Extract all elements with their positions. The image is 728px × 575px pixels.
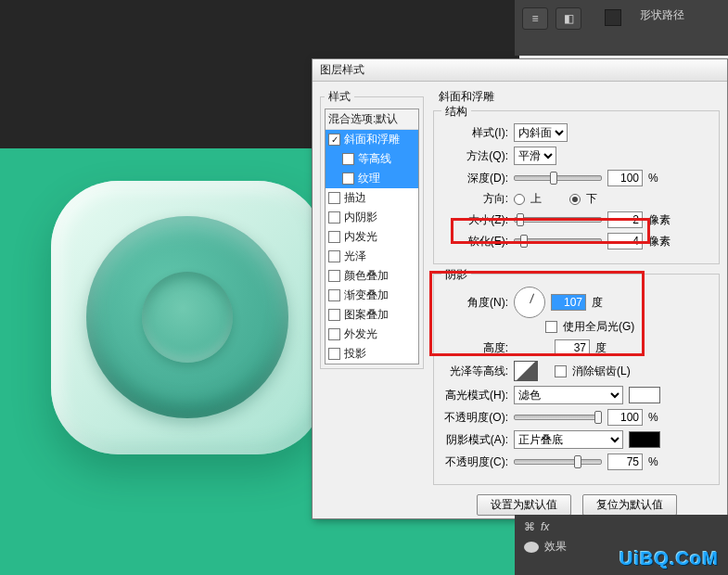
list-label: 颜色叠加 [344, 268, 389, 284]
angle-input[interactable] [551, 294, 586, 311]
styles-list[interactable]: 混合选项:默认 ✓ 斜面和浮雕 等高线 纹理 描边 内阴影 [325, 109, 419, 364]
checkbox[interactable] [328, 211, 340, 224]
altitude-unit: 度 [595, 340, 607, 356]
list-label: 渐变叠加 [344, 288, 389, 303]
list-label: 纹理 [358, 171, 380, 186]
reset-default-button[interactable]: 复位为默认值 [582, 494, 677, 516]
style-select[interactable]: 内斜面 [514, 123, 568, 142]
size-unit: 像素 [648, 212, 671, 228]
gloss-contour-picker[interactable] [514, 361, 538, 381]
ps-top-panel: ≡ ◧ 形状路径 ✶ ✦ [515, 0, 728, 56]
checkbox[interactable] [328, 192, 340, 204]
method-select[interactable]: 平滑 [514, 147, 556, 165]
highlight-mode-select[interactable]: 滤色 [514, 386, 623, 404]
effects-label: 效果 [544, 539, 567, 555]
list-item-stroke[interactable]: 描边 [326, 188, 418, 208]
list-item-pattern-overlay[interactable]: 图案叠加 [326, 305, 418, 325]
list-label: 内发光 [344, 229, 377, 245]
list-item-gradient-overlay[interactable]: 渐变叠加 [326, 286, 418, 305]
shadow-mode-select[interactable]: 正片叠底 [514, 430, 623, 449]
altitude-input[interactable] [555, 339, 590, 356]
eye-icon[interactable] [524, 542, 539, 553]
angle-label: 角度(N): [441, 295, 508, 311]
direction-down-radio[interactable] [569, 194, 581, 205]
layer-style-dialog: 图层样式 样式 混合选项:默认 ✓ 斜面和浮雕 等高线 [312, 58, 728, 519]
list-item-outer-glow[interactable]: 外发光 [326, 325, 418, 344]
size-input[interactable] [607, 211, 643, 228]
checkbox-texture[interactable] [342, 172, 354, 185]
depth-input[interactable] [607, 170, 643, 186]
checkbox[interactable] [328, 309, 340, 321]
list-label: 描边 [344, 190, 366, 206]
checkbox[interactable] [328, 270, 340, 282]
antialias-checkbox[interactable] [555, 365, 567, 377]
panel-swatch[interactable] [605, 9, 621, 26]
shadow-opacity-label: 不透明度(C): [441, 454, 508, 470]
list-label: 投影 [344, 346, 366, 362]
global-light-checkbox[interactable] [545, 321, 557, 333]
list-item-inner-glow[interactable]: 内发光 [326, 227, 418, 247]
direction-up-radio[interactable] [514, 194, 525, 205]
size-slider[interactable] [514, 217, 602, 223]
soften-label: 软化(E): [441, 234, 508, 249]
checkbox[interactable] [328, 289, 340, 301]
checkbox-bevel[interactable]: ✓ [328, 134, 340, 146]
angle-unit: 度 [592, 295, 603, 311]
gloss-label: 光泽等高线: [441, 364, 508, 379]
highlight-mode-label: 高光模式(H): [441, 388, 508, 403]
list-item-inner-shadow[interactable]: 内阴影 [326, 208, 418, 227]
checkbox[interactable] [328, 348, 340, 360]
shadow-opacity-input[interactable] [607, 454, 643, 470]
checkbox[interactable] [328, 328, 340, 340]
angle-dial[interactable] [514, 287, 545, 318]
shadow-color-swatch[interactable] [629, 431, 660, 448]
panel-label: 形状路径 [640, 7, 684, 23]
shadow-mode-label: 阴影模式(A): [441, 432, 508, 448]
dialog-titlebar[interactable]: 图层样式 [313, 59, 727, 82]
section-title: 斜面和浮雕 [439, 89, 720, 105]
highlight-color-swatch[interactable] [629, 387, 660, 403]
list-item-drop-shadow[interactable]: 投影 [326, 344, 418, 364]
soften-unit: 像素 [648, 234, 671, 249]
icon-center-circle [142, 272, 233, 363]
fx-icon[interactable]: fx [541, 520, 549, 533]
highlight-opacity-slider[interactable] [514, 415, 602, 420]
watermark: UiBQ.CoM [619, 548, 719, 569]
direction-label: 方向: [441, 191, 508, 207]
set-default-button[interactable]: 设置为默认值 [477, 494, 571, 516]
opacity-unit2: % [648, 455, 658, 468]
shadow-opacity-slider[interactable] [514, 459, 602, 465]
list-item-color-overlay[interactable]: 颜色叠加 [326, 266, 418, 286]
depth-label: 深度(D): [441, 171, 508, 186]
settings-area: 斜面和浮雕 结构 样式(I): 内斜面 方法(Q): 平滑 深度(D): % 方… [433, 89, 720, 511]
opacity-unit: % [648, 411, 658, 424]
default-buttons-row: 设置为默认值 复位为默认值 [433, 494, 720, 516]
toolbtn-2[interactable]: ◧ [556, 7, 581, 30]
styles-header: 样式 [325, 89, 354, 105]
list-item-texture[interactable]: 纹理 [326, 169, 418, 188]
style-label: 样式(I): [441, 125, 508, 141]
soften-slider[interactable] [514, 238, 602, 244]
highlight-opacity-input[interactable] [607, 409, 643, 426]
icon-ring [86, 216, 288, 418]
list-label: 等高线 [358, 151, 391, 167]
depth-slider[interactable] [514, 175, 602, 181]
dialog-title: 图层样式 [320, 63, 364, 76]
styles-list-box: 样式 混合选项:默认 ✓ 斜面和浮雕 等高线 纹理 [320, 89, 424, 369]
list-item-satin[interactable]: 光泽 [326, 247, 418, 266]
highlight-opacity-label: 不透明度(O): [441, 410, 508, 426]
list-label: 内阴影 [344, 210, 377, 225]
toolbtn-1[interactable]: ≡ [522, 7, 548, 30]
chain-icon[interactable]: ⌘ [524, 520, 535, 533]
checkbox[interactable] [328, 231, 340, 243]
list-label: 光泽 [344, 249, 366, 264]
altitude-label: 高度: [441, 340, 508, 356]
size-label: 大小(Z): [441, 212, 508, 228]
blend-options-row[interactable]: 混合选项:默认 [326, 109, 418, 130]
list-item-contour[interactable]: 等高线 [326, 149, 418, 169]
soften-input[interactable] [607, 233, 643, 249]
list-item-bevel[interactable]: ✓ 斜面和浮雕 [326, 130, 418, 149]
list-label: 外发光 [344, 326, 377, 342]
checkbox-contour[interactable] [342, 153, 354, 165]
checkbox[interactable] [328, 250, 340, 262]
